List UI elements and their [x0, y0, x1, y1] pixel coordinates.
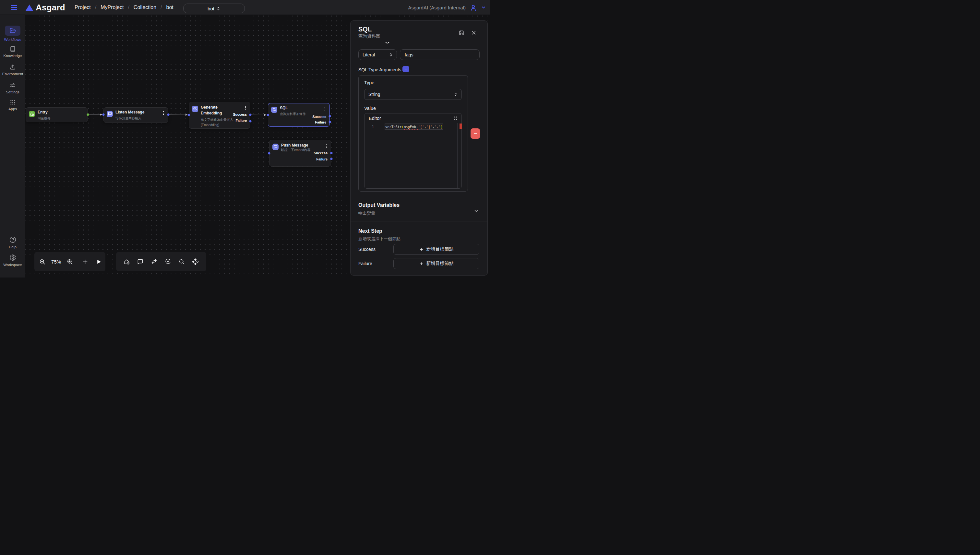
folder-open-icon: [5, 26, 21, 36]
error-overview-marker: [459, 124, 462, 129]
breadcrumb-bot[interactable]: bot: [166, 5, 174, 10]
chevrons-up-down-icon: [389, 53, 393, 57]
sidebar-item-workflows[interactable]: Workflows: [0, 26, 25, 42]
sidebar-item-label: Settings: [6, 90, 19, 94]
sidebar-item-label: Workflows: [4, 38, 21, 42]
node-config-panel: SQL 查詢資料庫 Literal faqs SQL Type Argument…: [350, 21, 488, 276]
sidebar-item-help[interactable]: Help: [0, 236, 25, 249]
sidebar-item-knowledge[interactable]: Knowledge: [0, 46, 25, 58]
node-output-failure-label: Failure: [316, 157, 328, 161]
embedding-tool-icon[interactable]: [165, 258, 171, 265]
book-icon: [5, 46, 21, 52]
node-menu-kebab-icon[interactable]: [244, 105, 247, 110]
breadcrumb: Project / MyProject / Collection / bot: [75, 0, 174, 15]
node-generate-embedding[interactable]: Generate Embedding 將文字轉化為向量嵌入 (Embedding…: [189, 102, 251, 129]
workflow-select[interactable]: bot: [183, 3, 245, 13]
edge-listen-to-generate: [168, 115, 185, 115]
chat-tool-icon[interactable]: [137, 259, 143, 265]
argument-value-input-value: faqs: [405, 52, 413, 58]
sidebar-item-workspace[interactable]: Workspace: [0, 254, 25, 267]
argument-group: Type String Value Editor 1: [358, 75, 468, 192]
output-variables-title: Output Variables: [358, 202, 400, 208]
editor-label: Editor: [369, 116, 381, 121]
breadcrumb-separator: /: [128, 5, 129, 10]
node-sql[interactable]: SQL 查詢資料庫加條件 Success Failure: [268, 103, 330, 127]
value-label: Value: [364, 106, 376, 111]
zoom-in-icon[interactable]: [62, 259, 78, 265]
sidebar-item-environment[interactable]: Environment: [0, 64, 25, 76]
plus-icon: [419, 247, 424, 252]
breadcrumb-collection[interactable]: Collection: [133, 5, 156, 10]
add-target-node-button-failure[interactable]: 新增目標節點: [394, 258, 479, 269]
breadcrumb-myproject[interactable]: MyProject: [101, 5, 124, 10]
chevrons-up-down-icon: [216, 6, 220, 11]
output-variables-chevron-down-icon[interactable]: [474, 208, 479, 213]
sidebar-item-apps[interactable]: Apps: [0, 99, 25, 111]
help-circle-icon: [5, 236, 21, 243]
node-menu-kebab-icon[interactable]: [324, 144, 328, 149]
sidebar-item-label: Environment: [2, 72, 23, 76]
run-play-icon[interactable]: [92, 259, 105, 265]
asgard-logo-triangle-icon: [26, 5, 33, 11]
hamburger-menu-icon[interactable]: [11, 5, 17, 10]
expand-editor-icon[interactable]: [453, 116, 458, 120]
type-select[interactable]: String: [364, 89, 462, 100]
add-argument-button[interactable]: [402, 66, 409, 72]
node-title: Entry: [38, 109, 77, 115]
node-subtitle: 將文字轉化為向量嵌入 (Embedding): [201, 117, 239, 128]
argument-type-select-value: Literal: [363, 52, 375, 58]
add-target-node-button-success[interactable]: 新增目標節點: [394, 244, 479, 255]
code-area[interactable]: 1 vecToStr(msgEmb,'[',']',','): [365, 123, 458, 188]
add-icon[interactable]: [78, 259, 92, 265]
edge-generate-success-to-sql: [251, 115, 264, 115]
code-editor[interactable]: Editor 1 vecToStr(msgEmb,'[',']',','): [364, 113, 462, 189]
user-avatar-icon[interactable]: [470, 4, 477, 11]
next-step-subtitle: 新增或選擇下一個節點: [358, 236, 400, 242]
zoom-toolbar: 75%: [34, 252, 105, 271]
sidebar-item-label: Help: [9, 245, 16, 249]
remove-argument-button[interactable]: [471, 128, 480, 139]
argument-value-input[interactable]: faqs: [400, 49, 480, 60]
node-listen-message[interactable]: Listen Message 等待訊息內容輸入: [103, 107, 168, 123]
gear-icon: [5, 254, 21, 261]
add-target-node-label: 新增目標節點: [426, 261, 454, 266]
sidebar-item-settings[interactable]: Settings: [0, 82, 25, 94]
search-tool-icon[interactable]: [179, 259, 185, 265]
user-label: AsgardAI (Asgard Internal): [408, 5, 466, 10]
node-subtitle: 向量搜尋: [38, 116, 76, 121]
home-plus-icon: [29, 111, 35, 117]
code-line: vecToStr(msgEmb,'[',']',','): [385, 125, 443, 129]
panel-subtitle: 查詢資料庫: [358, 34, 381, 39]
swap-arrows-icon[interactable]: [151, 258, 157, 265]
move-diamonds-icon[interactable]: [192, 258, 199, 265]
user-menu-chevron-down-icon[interactable]: [481, 5, 486, 10]
top-bar: Asgard Project / MyProject / Collection …: [0, 0, 490, 15]
zoom-out-icon[interactable]: [34, 259, 50, 265]
sql-type-arguments-label: SQL Type Arguments: [358, 67, 401, 72]
breadcrumb-separator: /: [95, 5, 96, 10]
add-node-home-icon[interactable]: [124, 258, 130, 265]
node-menu-kebab-icon[interactable]: [323, 106, 327, 112]
node-menu-kebab-icon[interactable]: [162, 111, 165, 116]
workflow-select-value: bot: [207, 6, 214, 11]
upload-icon: [5, 64, 21, 70]
edge-arrowhead-icon: [100, 114, 103, 115]
line-number: 1: [365, 125, 374, 129]
plus-icon: [419, 261, 424, 266]
magnifier-icon: [271, 107, 277, 113]
node-entry[interactable]: Entry 向量搜尋: [26, 107, 88, 122]
save-icon[interactable]: [459, 30, 464, 36]
scrolled-element-arc: [385, 42, 390, 45]
close-icon[interactable]: [471, 30, 476, 35]
zoom-level: 75%: [50, 259, 62, 265]
node-output-failure-label: Failure: [315, 120, 326, 124]
node-subtitle: 等待訊息內容輸入: [116, 116, 154, 121]
type-select-value: String: [368, 92, 381, 97]
grid-dots-icon: [5, 99, 21, 105]
breadcrumb-project[interactable]: Project: [75, 5, 91, 10]
argument-type-select[interactable]: Literal: [358, 49, 397, 60]
sidebar-item-label: Workspace: [3, 263, 22, 267]
chat-bubble-icon: [107, 111, 113, 117]
tools-toolbar: [116, 252, 206, 271]
node-push-message[interactable]: Push Message 驗證一下embed內容 Success Failure: [269, 140, 331, 167]
